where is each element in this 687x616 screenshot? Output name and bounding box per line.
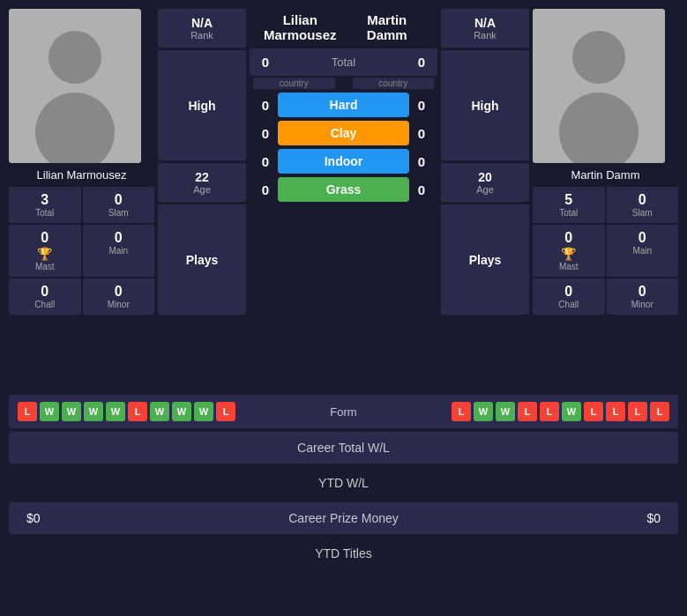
right-slam-value: 0 <box>610 192 676 208</box>
right-chall-stat: 0 Chall <box>533 278 605 315</box>
indoor-left-score: 0 <box>253 154 278 169</box>
left-slam-label: Slam <box>86 208 152 218</box>
left-name-center: LilianMarmousez <box>257 12 344 42</box>
hard-row: 0 Hard 0 <box>250 91 437 119</box>
right-slam-stat: 0 Slam <box>607 187 679 223</box>
left-rank-value: N/A <box>161 16 243 30</box>
hard-right-score: 0 <box>409 98 434 113</box>
right-name-center: MartinDamm <box>344 12 431 42</box>
form-badge-right: L <box>518 402 537 421</box>
country-row: country country <box>250 76 437 91</box>
clay-row: 0 Clay 0 <box>250 119 437 147</box>
form-badge-right: L <box>606 402 625 421</box>
left-total-stat: 3 Total <box>9 187 81 223</box>
right-form-badges: LWWLLWLLLL <box>388 402 670 421</box>
bottom-section: LWWWWLWWWL Form LWWLLWLLLL Career Total … <box>9 395 678 569</box>
left-chall-label: Chall <box>12 300 78 309</box>
form-badge-left: W <box>62 402 81 421</box>
left-form-badges: LWWWWLWWWL <box>18 402 300 421</box>
indoor-row: 0 Indoor 0 <box>250 147 437 175</box>
right-chall-label: Chall <box>536 300 601 309</box>
career-prize-label: Career Prize Money <box>256 511 432 525</box>
svg-point-1 <box>49 31 101 84</box>
right-rank-box: N/A Rank <box>441 9 529 48</box>
right-age-value: 20 <box>444 170 526 184</box>
form-badge-left: W <box>150 402 169 421</box>
grass-row: 0 Grass 0 <box>250 175 437 204</box>
total-center-label: Total <box>278 50 409 74</box>
left-slam-value: 0 <box>86 192 152 208</box>
left-age-label: Age <box>161 184 243 195</box>
left-age-box: 22 Age <box>158 163 246 202</box>
right-player-name: Martin Damm <box>533 168 678 182</box>
left-minor-label: Minor <box>86 300 152 309</box>
left-mast-label: Mast <box>12 262 78 271</box>
right-stats-grid: 5 Total 0 Slam 0 🏆 Mast 0 Main 0 Chal <box>533 187 678 315</box>
trophy-icon-left: 🏆 <box>37 247 52 261</box>
indoor-badge: Indoor <box>278 149 409 174</box>
form-badge-left: L <box>216 402 235 421</box>
form-badge-right: L <box>540 402 559 421</box>
form-label: Form <box>300 405 388 419</box>
form-badge-right: L <box>650 402 669 421</box>
ytd-wl-label: YTD W/L <box>256 476 432 490</box>
right-total-value: 5 <box>536 192 601 208</box>
clay-left-score: 0 <box>253 126 278 141</box>
right-main-label: Main <box>610 246 676 256</box>
form-badge-left: W <box>40 402 59 421</box>
left-minor-stat: 0 Minor <box>83 278 155 315</box>
right-player-card: Martin Damm 5 Total 0 Slam 0 🏆 Mast 0 Ma… <box>533 9 678 315</box>
left-total-label: Total <box>12 208 78 218</box>
grass-badge: Grass <box>278 177 409 202</box>
grass-left-score: 0 <box>253 182 278 197</box>
form-badge-right: L <box>452 402 471 421</box>
right-high-value: High <box>471 99 498 113</box>
left-player-card: Lilian Marmousez 3 Total 0 Slam 0 🏆 Mast… <box>9 9 154 315</box>
form-badge-left: W <box>106 402 125 421</box>
form-badge-left: W <box>194 402 213 421</box>
form-badge-right: L <box>628 402 647 421</box>
left-stats-grid: 3 Total 0 Slam 0 🏆 Mast 0 Main 0 Chal <box>9 187 154 315</box>
left-plays-value: Plays <box>186 253 219 267</box>
form-badge-left: L <box>128 402 147 421</box>
trophy-icon-right: 🏆 <box>561 247 576 261</box>
left-rank-box: N/A Rank <box>158 9 246 48</box>
right-high-box: High <box>441 50 529 160</box>
left-mast-value: 0 <box>12 230 78 246</box>
left-total-value: 3 <box>12 192 78 208</box>
hard-left-score: 0 <box>253 98 278 113</box>
right-player-photo <box>533 9 665 163</box>
left-rank-label: Rank <box>161 30 243 41</box>
right-total-stat: 5 Total <box>533 187 605 223</box>
right-mast-label: Mast <box>536 262 601 271</box>
left-player-name: Lilian Marmousez <box>9 168 154 182</box>
right-minor-value: 0 <box>610 284 676 300</box>
left-country: country <box>253 78 335 89</box>
left-player-photo <box>9 9 141 163</box>
right-rank-label: Rank <box>444 30 526 41</box>
form-badge-right: W <box>496 402 515 421</box>
indoor-right-score: 0 <box>409 154 434 169</box>
right-main-stat: 0 Main <box>607 225 679 277</box>
player-names-row: LilianMarmousez MartinDamm <box>250 9 437 46</box>
right-minor-stat: 0 Minor <box>607 278 679 315</box>
right-mast-value: 0 <box>536 230 601 246</box>
clay-badge: Clay <box>278 121 409 145</box>
form-badge-left: L <box>18 402 37 421</box>
left-age-value: 22 <box>161 170 243 184</box>
left-high-box: High <box>158 50 246 160</box>
right-age-box: 20 Age <box>441 163 529 202</box>
form-section: LWWWWLWWWL Form LWWLLWLLLL <box>9 395 678 428</box>
right-slam-label: Slam <box>610 208 676 218</box>
right-minor-label: Minor <box>610 300 676 309</box>
right-chall-value: 0 <box>536 284 601 300</box>
ytd-titles-label: YTD Titles <box>256 546 432 560</box>
career-wl-label: Career Total W/L <box>256 441 432 455</box>
form-badge-left: W <box>172 402 191 421</box>
right-plays-value: Plays <box>469 253 502 267</box>
career-wl-row: Career Total W/L <box>9 432 678 464</box>
right-side-stats: N/A Rank High 20 Age Plays <box>441 9 529 315</box>
left-prize: $0 <box>26 511 256 525</box>
ytd-wl-row: YTD W/L <box>9 467 678 499</box>
right-plays-box: Plays <box>441 204 529 315</box>
